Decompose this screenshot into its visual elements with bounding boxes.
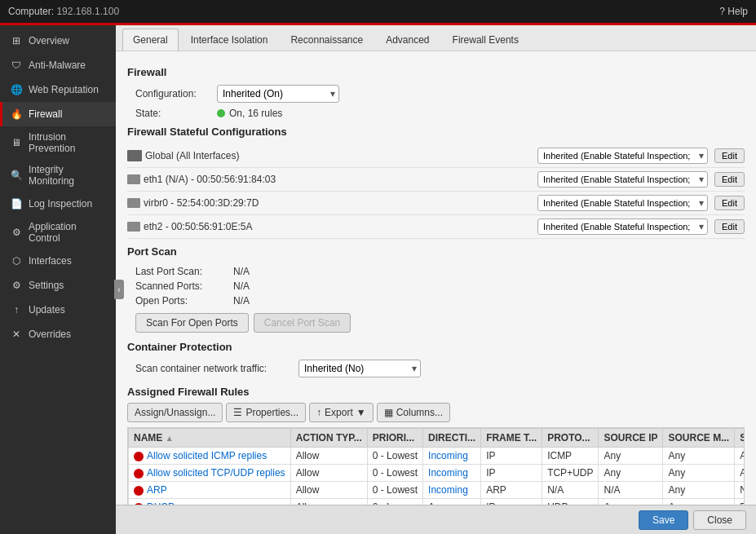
- stateful-row-0: Global (All Interfaces) Inherited (Enabl…: [127, 144, 745, 168]
- sidebar-item-overrides[interactable]: ✕Overrides: [0, 322, 116, 346]
- assign-unassign-button[interactable]: Assign/Unassign...: [127, 403, 223, 422]
- sidebar-item-intrusion-prevention[interactable]: 🖥Intrusion Prevention: [0, 126, 116, 159]
- sidebar-item-label: Interfaces: [29, 255, 72, 267]
- sidebar-item-anti-malware[interactable]: 🛡Anti-Malware: [0, 53, 116, 77]
- tab-firewall-events[interactable]: Firewall Events: [442, 29, 529, 51]
- stateful-row-1: eth1 (N/A) - 00:50:56:91:84:03 Inherited…: [127, 168, 745, 192]
- col-header-proto---[interactable]: PROTO...: [542, 429, 599, 448]
- close-button[interactable]: Close: [693, 510, 746, 530]
- table-cell: Any: [599, 448, 663, 465]
- export-button[interactable]: ↑ Export ▼: [309, 403, 374, 422]
- sidebar-item-updates[interactable]: ↑Updates: [0, 298, 116, 322]
- rule-name-link[interactable]: Allow solicited TCP/UDP replies: [147, 467, 285, 479]
- sidebar-item-label: Settings: [29, 280, 64, 291]
- sidebar-item-label: Intrusion Prevention: [29, 131, 109, 154]
- col-header-source-p---[interactable]: SOURCE P...: [735, 429, 745, 448]
- table-cell: 0 - Lowest: [367, 448, 422, 465]
- updates-icon: ↑: [9, 302, 24, 317]
- state-dot: [217, 109, 225, 117]
- col-header-priori---[interactable]: PRIORI...: [367, 429, 422, 448]
- sidebar-collapse-button[interactable]: ‹: [114, 280, 124, 299]
- sidebar-item-log-inspection[interactable]: 📄Log Inspection: [0, 192, 116, 216]
- iface-config-dropdown-wrap-0[interactable]: Inherited (Enable Stateful Inspection;: [537, 148, 708, 164]
- tab-advanced[interactable]: Advanced: [375, 29, 440, 51]
- table-cell: UDP: [542, 499, 599, 505]
- col-header-source-ip[interactable]: SOURCE IP: [599, 429, 663, 448]
- col-header-name[interactable]: NAME ▲: [129, 429, 291, 448]
- col-header-frame-t---[interactable]: FRAME T...: [481, 429, 542, 448]
- iface-edit-button-2[interactable]: Edit: [714, 196, 745, 210]
- rule-name-link[interactable]: ARP: [147, 484, 167, 496]
- config-select[interactable]: Inherited (On): [217, 85, 339, 103]
- eth-iface-icon: [127, 222, 140, 232]
- iface-config-dropdown-wrap-1[interactable]: Inherited (Enable Stateful Inspection;: [537, 171, 708, 188]
- table-cell: Allow: [290, 499, 367, 505]
- table-cell: Any: [599, 465, 663, 482]
- monitor-icon: 🖥: [9, 135, 24, 150]
- settings-icon: ⚙: [9, 278, 24, 293]
- tab-reconnaissance[interactable]: Reconnaissance: [280, 29, 374, 51]
- tab-bar: GeneralInterface IsolationReconnaissance…: [116, 25, 756, 51]
- direction-value: Incoming: [428, 450, 468, 461]
- table-cell: Incoming: [423, 482, 481, 499]
- iface-config-dropdown-wrap-3[interactable]: Inherited (Enable Stateful Inspection;: [537, 218, 708, 235]
- sidebar-item-label: Updates: [29, 304, 65, 316]
- rule-icon: [134, 486, 144, 496]
- stateful-row-3: eth2 - 00:50:56:91:0E:5A Inherited (Enab…: [127, 215, 745, 239]
- sidebar-item-firewall[interactable]: 🔥Firewall: [0, 102, 116, 126]
- tab-interface-isolation[interactable]: Interface Isolation: [180, 29, 279, 51]
- rules-table-header-row: NAME ▲ACTION TYP...PRIORI...DIRECTI...FR…: [129, 429, 745, 448]
- col-header-action-typ---[interactable]: ACTION TYP...: [290, 429, 367, 448]
- scan-open-ports-button[interactable]: Scan For Open Ports: [135, 313, 249, 333]
- columns-button[interactable]: ▦ Columns...: [377, 403, 450, 422]
- last-scan-row: Last Port Scan: N/A: [127, 264, 745, 279]
- sidebar-item-application-control[interactable]: ⚙Application Control: [0, 216, 116, 249]
- iface-config-select-2[interactable]: Inherited (Enable Stateful Inspection;: [537, 195, 708, 211]
- iface-config-select-1[interactable]: Inherited (Enable Stateful Inspection;: [537, 171, 708, 188]
- iface-config-dropdown-wrap-2[interactable]: Inherited (Enable Stateful Inspection;: [537, 195, 708, 211]
- sidebar-item-interfaces[interactable]: ⬡Interfaces: [0, 249, 116, 273]
- iface-config-select-3[interactable]: Inherited (Enable Stateful Inspection;: [537, 218, 708, 235]
- cancel-port-scan-button[interactable]: Cancel Port Scan: [254, 313, 351, 333]
- container-scan-row: Scan container network traffic: Inherite…: [127, 360, 745, 377]
- sidebar-item-label: Web Reputation: [29, 84, 99, 95]
- table-cell: Any: [423, 499, 481, 505]
- columns-icon: ▦: [384, 407, 393, 418]
- col-header-directi---[interactable]: DIRECTI...: [423, 429, 481, 448]
- table-cell: 0 - Low...: [367, 499, 422, 505]
- iface-config-select-0[interactable]: Inherited (Enable Stateful Inspection;: [537, 148, 708, 164]
- iface-edit-button-0[interactable]: Edit: [714, 148, 745, 163]
- sidebar-item-label: Integrity Monitoring: [29, 164, 109, 187]
- table-cell: ICMP: [542, 448, 599, 465]
- col-header-source-m---[interactable]: SOURCE M...: [663, 429, 735, 448]
- container-scan-select[interactable]: Inherited (No): [298, 360, 421, 377]
- save-button[interactable]: Save: [639, 510, 688, 530]
- search-icon: 🔍: [9, 168, 24, 183]
- tab-general[interactable]: General: [122, 29, 179, 51]
- iface-edit-button-1[interactable]: Edit: [714, 172, 745, 187]
- rule-name-link[interactable]: Allow solicited ICMP replies: [147, 450, 267, 461]
- sidebar-item-overview[interactable]: ⊞Overview: [0, 29, 116, 53]
- table-cell: Allow: [290, 482, 367, 499]
- container-scan-dropdown-wrap[interactable]: Inherited (No): [298, 360, 421, 377]
- firewall-section-header: Firewall: [127, 66, 745, 80]
- properties-button[interactable]: ☰ Properties...: [226, 403, 306, 422]
- sidebar-item-web-reputation[interactable]: 🌐Web Reputation: [0, 77, 116, 102]
- help-button[interactable]: ? Help: [719, 6, 748, 17]
- table-cell: Any: [735, 465, 745, 482]
- sidebar-item-integrity-monitoring[interactable]: 🔍Integrity Monitoring: [0, 159, 116, 192]
- table-cell: Allow: [290, 465, 367, 482]
- sidebar-item-settings[interactable]: ⚙Settings: [0, 273, 116, 298]
- iface-edit-button-3[interactable]: Edit: [714, 219, 745, 234]
- table-cell: 0 - Lowest: [367, 482, 422, 499]
- rules-toolbar: Assign/Unassign... ☰ Properties... ↑ Exp…: [127, 403, 745, 422]
- table-cell: Allow solicited TCP/UDP replies: [129, 465, 291, 482]
- table-cell: Any: [663, 448, 735, 465]
- content-body: Firewall Configuration: Inherited (On) S…: [116, 51, 756, 505]
- open-ports-row: Open Ports: N/A: [127, 293, 745, 308]
- iface-icon: ⬡: [9, 254, 24, 268]
- sidebar-item-label: Log Inspection: [29, 198, 92, 210]
- port-scan-header: Port Scan: [127, 245, 745, 259]
- eth-iface-icon: [127, 198, 140, 208]
- config-dropdown-wrap[interactable]: Inherited (On): [217, 85, 339, 103]
